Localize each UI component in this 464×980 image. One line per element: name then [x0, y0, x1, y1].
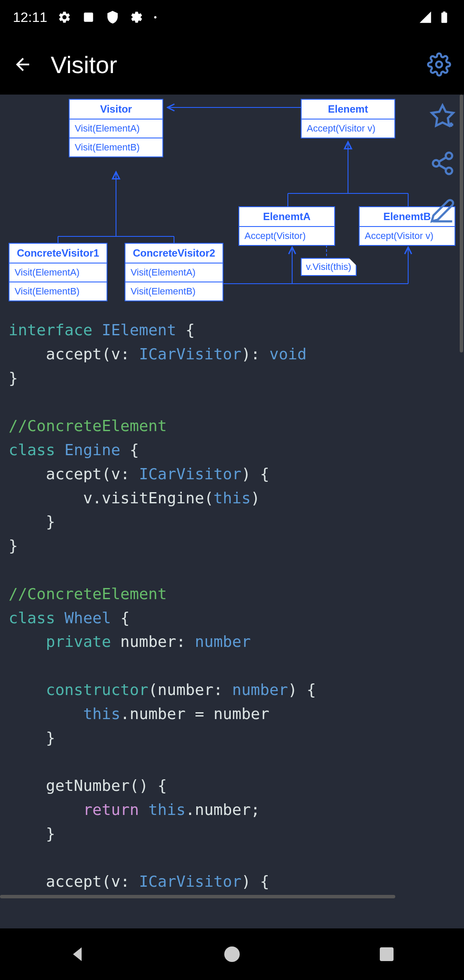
battery-icon — [437, 10, 451, 24]
content-area[interactable]: Visitor Visit(ElementA) Visit(ElementB) … — [0, 95, 464, 950]
nav-bar — [0, 928, 464, 980]
edit-icon[interactable] — [430, 198, 455, 224]
status-time: 12:11 — [13, 9, 47, 25]
page-title: Visitor — [51, 51, 410, 79]
svg-line-21 — [439, 157, 446, 162]
svg-point-24 — [224, 946, 240, 962]
nav-home-icon[interactable] — [222, 944, 242, 965]
nav-back-icon[interactable] — [67, 944, 88, 965]
svg-point-1 — [436, 61, 442, 67]
uml-concrete-visitor1: ConcreteVisitor1 Visit(ElementA) Visit(E… — [9, 243, 107, 301]
svg-line-22 — [439, 165, 446, 169]
svg-rect-0 — [84, 12, 93, 21]
nav-recent-icon[interactable] — [376, 944, 397, 965]
uml-concrete-visitor2: ConcreteVisitor2 Visit(ElementA) Visit(E… — [125, 243, 223, 301]
scrollbar-horizontal[interactable] — [0, 895, 395, 898]
status-bar: 12:11 • — [0, 0, 464, 34]
svg-point-20 — [446, 168, 452, 174]
uml-element-a: ElenemtA Accept(Visitor) — [238, 206, 335, 246]
uml-diagram: Visitor Visit(ElementA) Visit(ElementB) … — [0, 95, 464, 309]
gear-status-icon — [58, 10, 71, 24]
favorite-icon[interactable] — [430, 103, 455, 129]
app-bar: Visitor — [0, 34, 464, 95]
card-status-icon — [82, 10, 95, 24]
svg-rect-25 — [380, 947, 394, 961]
uml-note: v.Visit(this) — [301, 258, 357, 276]
svg-point-18 — [446, 153, 452, 159]
code-block: interface IElement { accept(v: ICarVisit… — [0, 309, 464, 902]
shield-status-icon — [106, 10, 119, 24]
back-arrow-icon[interactable] — [13, 54, 34, 75]
gear2-status-icon — [130, 10, 143, 24]
signal-icon — [418, 10, 432, 24]
dot-status-icon: • — [154, 12, 157, 22]
uml-element: Elenemt Accept(Visitor v) — [301, 99, 395, 138]
settings-icon[interactable] — [427, 52, 451, 77]
svg-point-19 — [433, 160, 440, 167]
share-icon[interactable] — [430, 150, 455, 176]
uml-visitor: Visitor Visit(ElementA) Visit(ElementB) — [69, 99, 163, 157]
